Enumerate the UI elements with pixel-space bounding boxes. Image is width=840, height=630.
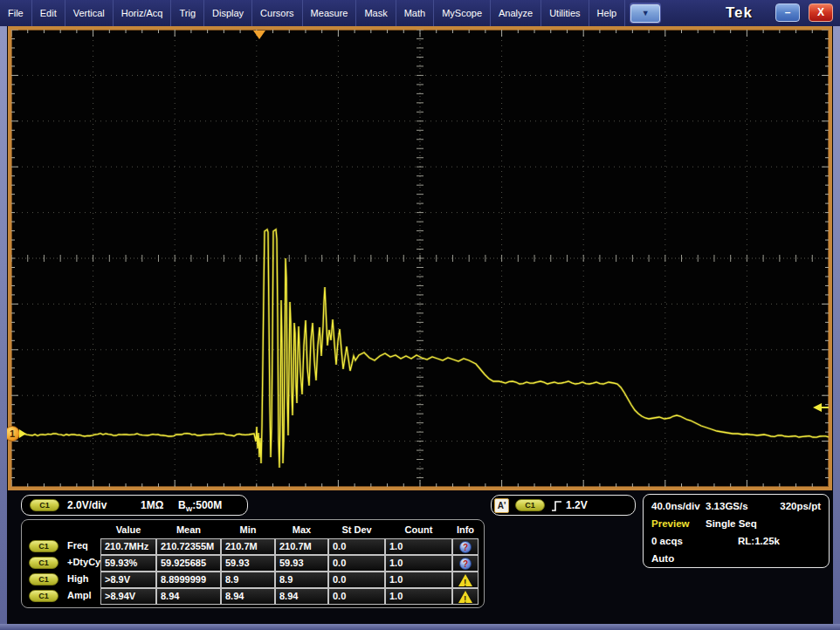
meas-header-value: Value [100,524,156,536]
info-question-icon: ? [459,541,472,553]
menu-item-file[interactable]: File [0,0,32,26]
window-border-right [833,26,840,630]
meas-header-min: Min [221,524,275,536]
menu-dropdown-button[interactable]: ▼ [630,4,660,23]
menu-item-vertical[interactable]: Vertical [65,0,114,26]
measurement-row-dtycyc: C1+DtyCyc59.93%59.92568559.9359.930.01.0… [22,555,484,572]
meas-cell-stdev: 0.0 [328,555,385,572]
meas-cell-min: 8.94 [221,588,275,605]
menu-item-mask[interactable]: Mask [356,0,396,26]
menu-dropdown-wrap: ▼ [630,3,661,24]
sample-rate-value: 3.13GS/s [706,501,748,511]
meas-header-max: Max [275,524,328,536]
warning-icon [458,591,472,603]
measurement-name: Ampl [67,590,92,600]
meas-cell-stdev: 0.0 [328,572,385,588]
trigger-source-badge: C1 [515,499,545,511]
measurement-source-badge: C1 [29,590,59,602]
menu-item-edit[interactable]: Edit [32,0,65,26]
meas-cell-count: 1.0 [385,572,452,588]
warning-icon [458,574,472,586]
window-border-bottom [0,624,840,630]
trigger-readout[interactable]: A' C1 1.2V [491,495,636,516]
measurement-row-ampl: C1Ampl>8.94V8.948.948.940.01.0 [22,588,484,605]
meas-cell-stdev: 0.0 [328,588,385,605]
menu-item-myscope[interactable]: MyScope [434,0,491,26]
meas-header-info: Info [452,524,479,536]
record-length: RL:1.25k [738,536,780,546]
meas-cell-stdev: 0.0 [328,538,385,555]
meas-cell-max: 8.94 [275,588,328,605]
channel-bandwidth: BW:500M [178,499,222,513]
trigger-level-value: 1.2V [566,499,588,511]
close-button[interactable]: X [809,3,833,22]
menu-item-analyze[interactable]: Analyze [491,0,541,26]
tek-logo: Tek [726,0,753,26]
horizontal-line4: Auto [644,553,829,566]
meas-cell-count: 1.0 [385,538,452,555]
horizontal-line1: 40.0ns/div 3.13GS/s 320ps/pt [644,501,829,514]
meas-header-stdev: St Dev [328,524,385,536]
menu-item-cursors[interactable]: Cursors [252,0,303,26]
menubar-spacer [661,0,726,26]
menu-item-horiz-acq[interactable]: Horiz/Acq [114,0,172,26]
meas-cell-value: 210.7MHz [100,538,156,555]
rising-edge-icon [551,499,562,513]
meas-cell-mean: 210.72355M [156,538,221,555]
preview-status: Preview [651,518,689,529]
meas-cell-info[interactable]: ? [452,538,479,555]
waveform-display: 1 [8,26,832,490]
meas-cell-min: 8.9 [221,572,275,588]
waveform-trace [11,30,829,487]
meas-cell-count: 1.0 [385,555,452,572]
oscilloscope-window: FileEditVerticalHoriz/AcqTrigDisplayCurs… [0,0,840,630]
acquisition-mode: Single Seq [706,518,757,529]
meas-cell-min: 59.93 [221,555,275,572]
measurement-source-badge: C1 [29,573,59,585]
measurement-name: High [67,573,88,584]
meas-header-count: Count [385,524,452,536]
measurement-source-badge: C1 [29,557,59,569]
measurement-name: Freq [67,540,88,551]
menu-item-trig[interactable]: Trig [171,0,204,26]
trigger-level-arrow-tail [821,407,829,408]
menu-item-measure[interactable]: Measure [303,0,357,26]
channel-impedance: 1MΩ [141,499,163,511]
window-border-left [0,26,7,630]
horizontal-line3: 0 acqs RL:1.25k [644,536,829,549]
menu-item-utilities[interactable]: Utilities [541,0,589,26]
meas-cell-value: >8.9V [100,572,156,588]
measurement-row-high: C1High>8.9V8.89999998.98.90.01.0 [22,572,484,588]
info-question-icon: ? [459,558,472,570]
minimize-button[interactable]: – [775,3,800,22]
meas-cell-count: 1.0 [385,588,452,605]
meas-cell-max: 210.7M [275,538,328,555]
meas-cell-mean: 8.94 [156,588,221,605]
meas-cell-min: 210.7M [221,538,275,555]
measurement-table: ValueMeanMinMaxSt DevCountInfoC1Freq210.… [21,519,485,608]
channel-readout[interactable]: C1 2.0V/div 1MΩ BW:500M [21,495,248,516]
resolution-value: 320ps/pt [780,501,821,511]
meas-cell-info[interactable]: ? [452,555,479,572]
meas-cell-value: >8.94V [100,588,156,605]
meas-cell-max: 8.9 [275,572,328,588]
meas-cell-info[interactable] [452,588,479,605]
menu-item-math[interactable]: Math [396,0,434,26]
trigger-position-marker[interactable] [253,31,265,39]
trigger-mode: Auto [651,553,674,564]
trigger-a-badge: A' [494,498,509,513]
measurement-source-badge: C1 [29,540,59,552]
menu-bar: FileEditVerticalHoriz/AcqTrigDisplayCurs… [0,0,840,26]
menu-item-display[interactable]: Display [204,0,252,26]
meas-header-mean: Mean [156,524,221,536]
timebase-value: 40.0ns/div [651,501,700,511]
chevron-down-icon: ▼ [642,9,650,17]
meas-cell-info[interactable] [452,572,479,588]
menu-item-help[interactable]: Help [589,0,626,26]
meas-cell-mean: 59.925685 [156,555,221,572]
meas-cell-value: 59.93% [100,555,156,572]
channel-scale: 2.0V/div [67,499,107,511]
meas-cell-mean: 8.8999999 [156,572,221,588]
horizontal-readout[interactable]: 40.0ns/div 3.13GS/s 320ps/pt Preview Sin… [643,494,830,568]
channel1-reference-arrow-icon [19,429,26,438]
